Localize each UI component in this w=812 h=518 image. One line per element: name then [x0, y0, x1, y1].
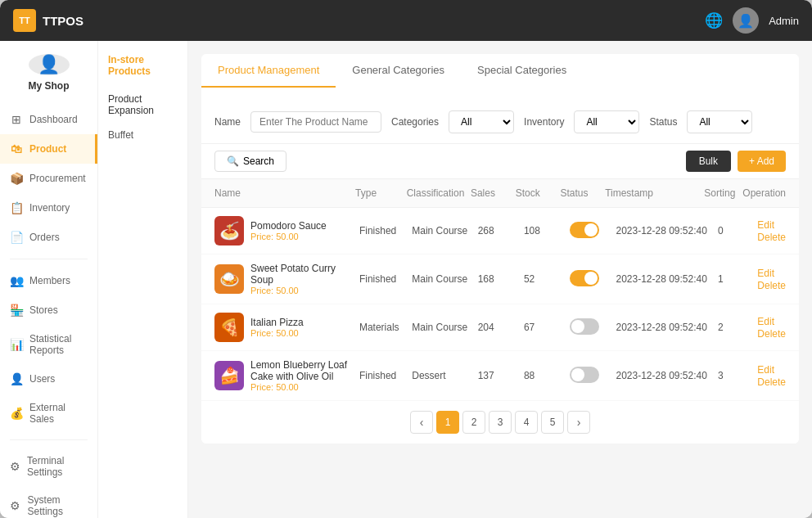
edit-btn-1[interactable]: Edit — [757, 219, 774, 231]
product-sorting-3: 2 — [718, 322, 757, 333]
external-icon: 💰 — [10, 407, 23, 420]
page-btn-4[interactable]: 4 — [515, 411, 538, 434]
user-avatar: 👤 — [29, 54, 70, 75]
page-btn-5[interactable]: 5 — [541, 411, 564, 434]
col-header-operation: Operation — [742, 187, 786, 199]
users-icon: 👤 — [10, 372, 23, 385]
product-name-1: Pomodoro Sauce — [250, 220, 327, 232]
status-filter-select[interactable]: All — [687, 110, 752, 133]
toggle-on-1[interactable] — [570, 222, 599, 238]
product-type-2: Finished — [359, 273, 412, 285]
sidebar-item-stores[interactable]: 🏪 Stores — [0, 295, 97, 325]
product-price-3: Price: 50.00 — [250, 328, 304, 338]
content-area: Product Management General Categories Sp… — [188, 41, 812, 518]
product-status-1[interactable] — [570, 222, 616, 241]
sidebar-label-statistical: Statistical Reports — [29, 333, 88, 356]
sidebar-item-procurement[interactable]: 📦 Procurement — [0, 164, 97, 193]
product-sales-3: 204 — [478, 322, 524, 333]
product-op-2: Edit Delete — [757, 267, 786, 291]
pagination: ‹ 1 2 3 4 5 › — [201, 401, 799, 444]
globe-icon[interactable]: 🌐 — [705, 11, 723, 29]
edit-btn-3[interactable]: Edit — [757, 316, 774, 327]
tab-bar: Product Management General Categories Sp… — [201, 54, 799, 88]
stores-icon: 🏪 — [10, 304, 23, 317]
inventory-icon: 📋 — [10, 201, 23, 214]
product-cell-3: 🍕 Italian Pizza Price: 50.00 — [214, 313, 359, 342]
sidebar-label-external: External Sales — [29, 402, 88, 425]
sidebar-item-product[interactable]: 🛍 Product — [0, 134, 97, 164]
sidebar-item-system[interactable]: ⚙ System Settings — [0, 486, 97, 518]
product-status-3[interactable] — [570, 318, 616, 337]
admin-label: Admin — [769, 15, 799, 27]
sidebar-item-orders[interactable]: 📄 Orders — [0, 223, 97, 252]
sidebar-item-inventory[interactable]: 📋 Inventory — [0, 193, 97, 223]
col-header-stock: Stock — [516, 187, 561, 199]
toggle-off-3[interactable] — [570, 318, 599, 335]
sidebar-item-terminal[interactable]: ⚙ Terminal Settings — [0, 447, 97, 486]
toggle-off-4[interactable] — [570, 367, 599, 383]
sidebar-item-dashboard[interactable]: ⊞ Dashboard — [0, 105, 97, 134]
tab-special-categories[interactable]: Special Categories — [461, 54, 583, 88]
toggle-on-2[interactable] — [570, 270, 599, 286]
col-header-timestamp: Timestamp — [605, 187, 704, 199]
nav-divider-2 — [10, 439, 88, 440]
sidebar-label-users: Users — [29, 373, 55, 385]
table-row: 🍰 Lemon Blueberry Loaf Cake with Olive O… — [201, 351, 799, 401]
edit-btn-4[interactable]: Edit — [757, 364, 774, 376]
product-name-4: Lemon Blueberry Loaf Cake with Olive Oil — [250, 359, 359, 382]
product-icon: 🛍 — [10, 142, 23, 155]
product-stock-1: 108 — [524, 225, 570, 236]
col-header-sorting: Sorting — [704, 187, 742, 199]
sidebar-label-inventory: Inventory — [29, 202, 70, 214]
bulk-button[interactable]: Bulk — [686, 151, 731, 172]
product-price-1: Price: 50.00 — [250, 232, 327, 241]
logo-icon: TT — [13, 9, 36, 32]
sidebar-item-external[interactable]: 💰 External Sales — [0, 394, 97, 433]
delete-btn-2[interactable]: Delete — [757, 280, 786, 291]
edit-btn-2[interactable]: Edit — [757, 268, 774, 279]
product-status-4[interactable] — [570, 367, 616, 385]
product-class-1: Main Course — [412, 225, 477, 236]
sub-sidebar-title: In-store Products — [98, 54, 187, 87]
sidebar: 👤 My Shop ⊞ Dashboard 🛍 Product 📦 Procur… — [0, 41, 98, 518]
categories-filter-select[interactable]: All — [449, 110, 514, 133]
page-btn-2[interactable]: 2 — [462, 411, 485, 434]
next-page-button[interactable]: › — [567, 411, 590, 434]
product-timestamp-2: 2023-12-28 09:52:40 — [616, 273, 718, 285]
product-timestamp-1: 2023-12-28 09:52:40 — [616, 225, 718, 236]
product-stock-3: 67 — [524, 322, 570, 333]
sub-item-product-expansion[interactable]: Product Expansion — [98, 87, 187, 123]
product-thumb-2: 🍛 — [214, 264, 244, 294]
sub-item-buffet[interactable]: Buffet — [98, 123, 187, 147]
sidebar-item-statistical[interactable]: 📊 Statistical Reports — [0, 325, 97, 364]
table-row: 🍝 Pomodoro Sauce Price: 50.00 Finished M… — [201, 208, 799, 254]
product-status-2[interactable] — [570, 270, 616, 289]
product-op-3: Edit Delete — [757, 315, 786, 340]
page-btn-1[interactable]: 1 — [436, 411, 459, 434]
tab-general-categories[interactable]: General Categories — [336, 54, 461, 88]
delete-btn-3[interactable]: Delete — [757, 328, 786, 340]
nav-divider-1 — [10, 259, 88, 259]
delete-btn-4[interactable]: Delete — [757, 376, 786, 388]
product-stock-2: 52 — [524, 273, 570, 285]
prev-page-button[interactable]: ‹ — [410, 411, 433, 434]
sidebar-item-members[interactable]: 👥 Members — [0, 266, 97, 295]
delete-btn-1[interactable]: Delete — [757, 232, 786, 243]
sidebar-label-members: Members — [29, 275, 70, 286]
system-icon: ⚙ — [10, 499, 21, 512]
product-sorting-4: 3 — [718, 370, 757, 381]
name-filter-input[interactable] — [250, 111, 381, 133]
product-type-1: Finished — [359, 225, 412, 236]
product-class-2: Main Course — [412, 273, 477, 285]
product-timestamp-4: 2023-12-28 09:52:40 — [616, 370, 718, 381]
product-type-4: Finished — [359, 370, 412, 381]
orders-icon: 📄 — [10, 231, 23, 244]
sidebar-item-users[interactable]: 👤 Users — [0, 364, 97, 394]
search-button[interactable]: 🔍 Search — [214, 151, 286, 172]
add-button[interactable]: + Add — [738, 151, 786, 172]
product-timestamp-3: 2023-12-28 09:52:40 — [616, 322, 718, 333]
product-stock-4: 88 — [524, 370, 570, 381]
inventory-filter-select[interactable]: All — [574, 110, 639, 133]
tab-product-management[interactable]: Product Management — [201, 54, 336, 88]
page-btn-3[interactable]: 3 — [489, 411, 512, 434]
